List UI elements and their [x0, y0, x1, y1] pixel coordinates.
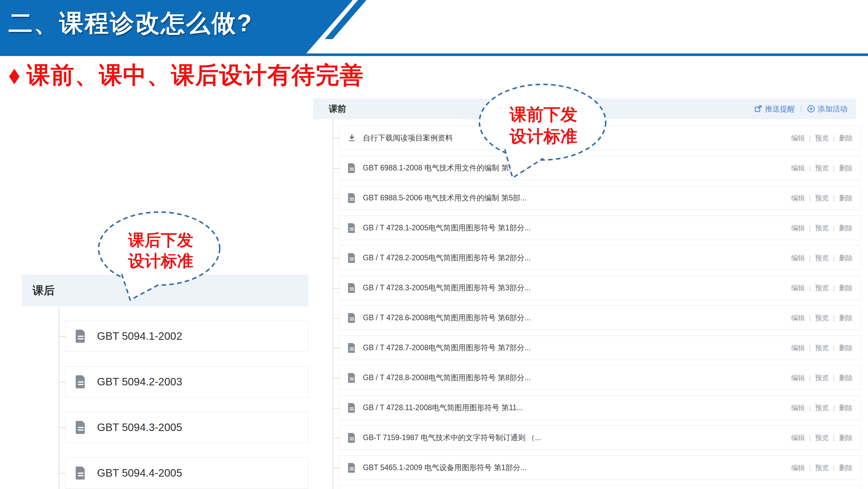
edit-link[interactable]: 编辑 — [791, 134, 805, 143]
pre-class-callout: 课前下发 设计标准 — [473, 82, 614, 184]
preview-link[interactable]: 预览 — [815, 433, 829, 442]
push-reminder-link[interactable]: 推送提醒 — [754, 104, 795, 114]
row-actions: 编辑 | 预览 | 删除 — [791, 306, 853, 330]
file-title: GBT 5094.4-2005 — [97, 467, 182, 479]
row-actions: 编辑 | 预览 | 删除 — [791, 396, 853, 420]
file-title: GBT 6988.5-2006 电气技术用文件的编制 第5部... — [363, 193, 527, 203]
file-title: GB / T 4728.3-2005电气简图用图形符号 第3部分... — [363, 283, 531, 293]
action-separator: | — [833, 314, 835, 322]
download-icon — [348, 133, 356, 143]
delete-link[interactable]: 删除 — [839, 343, 853, 352]
edit-link[interactable]: 编辑 — [791, 463, 805, 472]
document-icon — [348, 463, 356, 473]
action-separator: | — [809, 224, 811, 232]
action-separator: | — [833, 284, 835, 292]
row-actions: 编辑 | 预览 | 删除 — [791, 456, 853, 480]
file-title: GB / T 4728.7-2008电气简图用图形符号 第7部分... — [363, 343, 531, 353]
edit-link[interactable]: 编辑 — [791, 313, 805, 322]
file-row: GBT 5094.2-2003 — [65, 366, 309, 398]
document-icon — [348, 313, 356, 323]
edit-link[interactable]: 编辑 — [791, 254, 805, 263]
document-icon — [348, 343, 356, 353]
file-row: GB / T 4728.11-2008电气简图用图形符号 第11... 编辑 |… — [339, 396, 861, 420]
preview-link[interactable]: 预览 — [815, 164, 829, 173]
document-icon — [348, 193, 356, 203]
delete-link[interactable]: 删除 — [839, 433, 853, 442]
action-separator: | — [809, 464, 811, 472]
document-icon — [75, 375, 86, 388]
file-row: GBT 5094.1-2002 — [65, 321, 309, 352]
preview-link[interactable]: 预览 — [815, 194, 829, 203]
file-title: GBT 5094.3-2005 — [97, 421, 182, 434]
slide: 二、课程诊改怎么做? ◆ 课前、课中、课后设计有待完善 课前 推送提醒 | — [0, 0, 868, 489]
row-actions: 编辑 | 预览 | 删除 — [791, 216, 853, 240]
file-title: 自行下载阅读项目案例资料 — [363, 133, 453, 143]
edit-link[interactable]: 编辑 — [791, 373, 805, 382]
file-row: GB / T 4728.8-2008电气简图用图形符号 第8部分... 编辑 |… — [339, 366, 861, 390]
file-title: GBT 5465.1-2009 电气设备用图形符号 第1部分... — [363, 463, 527, 473]
row-actions: 编辑 | 预览 | 删除 — [791, 426, 853, 450]
file-title: GBT 5094.1-2002 — [97, 330, 182, 342]
file-title: GB / T 4728.11-2008电气简图用图形符号 第11... — [363, 403, 523, 413]
delete-link[interactable]: 删除 — [839, 254, 853, 263]
edit-link[interactable]: 编辑 — [791, 194, 805, 203]
delete-link[interactable]: 删除 — [839, 224, 853, 233]
file-row: GB-T 7159-1987 电气技术中的文字符号制订通则 （... 编辑 | … — [339, 426, 861, 450]
file-title: GB / T 4728.6-2008电气简图用图形符号 第6部分... — [363, 313, 531, 323]
file-row: GB / T 4728.6-2008电气简图用图形符号 第6部分... 编辑 |… — [339, 306, 861, 330]
document-icon — [348, 403, 356, 413]
tree-connector-line — [333, 119, 333, 489]
delete-link[interactable]: 删除 — [839, 134, 853, 143]
edit-link[interactable]: 编辑 — [791, 403, 805, 412]
file-row: GB / T 4728.1-2005电气简图用图形符号 第1部分... 编辑 |… — [339, 216, 861, 240]
edit-link[interactable]: 编辑 — [791, 224, 805, 233]
row-actions: 编辑 | 预览 | 删除 — [791, 156, 853, 180]
plus-circle-icon — [807, 105, 815, 113]
edit-link[interactable]: 编辑 — [791, 164, 805, 173]
file-row: GBT 6988.5-2006 电气技术用文件的编制 第5部... 编辑 | 预… — [339, 186, 861, 210]
document-icon — [348, 163, 356, 173]
action-separator: | — [833, 224, 835, 232]
delete-link[interactable]: 删除 — [839, 463, 853, 472]
edit-link[interactable]: 编辑 — [791, 283, 805, 292]
preview-link[interactable]: 预览 — [815, 313, 829, 322]
action-separator: | — [809, 314, 811, 322]
action-separator: | — [809, 404, 811, 412]
action-separator: | — [833, 404, 835, 412]
section-heading-text: 课前、课中、课后设计有待完善 — [27, 63, 364, 87]
add-activity-label: 添加活动 — [817, 104, 847, 114]
edit-link[interactable]: 编辑 — [791, 433, 805, 442]
file-row: GB / T 4728.3-2005电气简图用图形符号 第3部分... 编辑 |… — [339, 276, 861, 300]
edit-link[interactable]: 编辑 — [791, 343, 805, 352]
preview-link[interactable]: 预览 — [815, 463, 829, 472]
document-icon — [75, 330, 86, 343]
preview-link[interactable]: 预览 — [815, 224, 829, 233]
action-separator: | — [809, 194, 811, 202]
document-icon — [348, 223, 356, 233]
preview-link[interactable]: 预览 — [815, 283, 829, 292]
preview-link[interactable]: 预览 — [815, 254, 829, 263]
pre-callout-text: 课前下发 设计标准 — [473, 104, 614, 147]
file-row: GBT 5094.4-2005 — [65, 457, 309, 489]
document-icon — [348, 433, 356, 443]
action-separator: | — [833, 164, 835, 172]
preview-link[interactable]: 预览 — [815, 373, 829, 382]
tree-connector-line — [59, 306, 59, 489]
delete-link[interactable]: 删除 — [839, 403, 853, 412]
post-class-title: 课后 — [33, 283, 55, 298]
delete-link[interactable]: 删除 — [839, 164, 853, 173]
preview-link[interactable]: 预览 — [815, 134, 829, 143]
delete-link[interactable]: 删除 — [839, 194, 853, 203]
banner-underline — [0, 53, 868, 56]
delete-link[interactable]: 删除 — [839, 283, 853, 292]
file-row: GBT 5465.1-2009 电气设备用图形符号 第1部分... 编辑 | 预… — [339, 455, 861, 480]
delete-link[interactable]: 删除 — [839, 373, 853, 382]
add-activity-link[interactable]: 添加活动 — [807, 104, 847, 114]
document-icon — [348, 373, 356, 383]
action-separator: | — [833, 374, 835, 382]
preview-link[interactable]: 预览 — [815, 403, 829, 412]
preview-link[interactable]: 预览 — [815, 343, 829, 352]
delete-link[interactable]: 删除 — [839, 313, 853, 322]
row-actions: 编辑 | 预览 | 删除 — [791, 276, 853, 300]
action-separator: | — [809, 374, 811, 382]
